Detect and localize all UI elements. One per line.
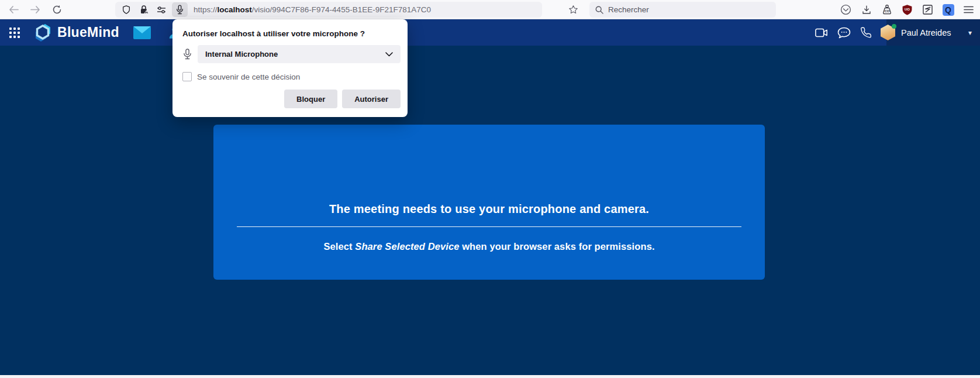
extension-button[interactable] xyxy=(922,3,934,17)
star-icon xyxy=(568,5,578,15)
instruction-emphasis: Share Selected Device xyxy=(355,241,459,252)
forward-icon xyxy=(30,5,40,14)
lock-warning-icon[interactable] xyxy=(137,3,151,16)
phone-icon xyxy=(860,27,872,39)
user-menu[interactable]: Paul Atreides ▾ xyxy=(886,19,980,46)
navbar-right-tools: Paul Atreides ▾ xyxy=(810,19,980,46)
ublock-origin-extension-button[interactable]: UO xyxy=(901,3,913,17)
hamburger-menu-icon xyxy=(964,6,974,13)
remember-decision-option[interactable]: Se souvenir de cette décision xyxy=(182,72,300,81)
search-icon xyxy=(595,6,603,14)
back-icon xyxy=(9,5,19,14)
allow-button[interactable]: Autoriser xyxy=(342,90,401,108)
bluemind-logo xyxy=(34,23,53,43)
window-bottom-edge xyxy=(0,375,980,378)
panel-divider xyxy=(237,226,741,227)
chevron-down-icon xyxy=(385,52,393,57)
consent-o-matic-icon: CO xyxy=(881,4,893,16)
device-select-row: Internal Microphone xyxy=(182,45,401,63)
remember-decision-label: Se souvenir de cette décision xyxy=(197,73,300,81)
protections-settings-icon[interactable] xyxy=(154,3,168,16)
pocket-icon xyxy=(840,4,851,15)
app-menu-button[interactable] xyxy=(962,3,975,17)
chat-bubble-icon xyxy=(837,27,851,39)
ublock-origin-icon: UO xyxy=(902,4,913,15)
video-call-button[interactable] xyxy=(810,22,833,44)
bluemind-navbar: BlueMind xyxy=(0,19,980,46)
url-scheme: https:// xyxy=(194,5,218,14)
remember-decision-checkbox[interactable] xyxy=(182,72,192,81)
consent-o-matic-label: CO xyxy=(884,9,889,12)
url-bar[interactable]: https://localhost/visio/994C7F86-F974-44… xyxy=(115,2,542,18)
microphone-icon xyxy=(176,5,184,15)
mail-app-button[interactable] xyxy=(132,23,152,43)
popup-title: Autoriser localhost à utiliser votre mic… xyxy=(182,29,365,38)
panel-heading: The meeting needs to use your microphone… xyxy=(213,202,765,216)
ublock-origin-label: UO xyxy=(905,8,910,11)
browser-toolbar: https://localhost/visio/994C7F86-F974-44… xyxy=(0,0,980,19)
phone-button[interactable] xyxy=(855,22,877,44)
back-button[interactable] xyxy=(5,2,22,18)
microphone-permission-popup: Autoriser localhost à utiliser votre mic… xyxy=(172,19,408,117)
forward-button[interactable] xyxy=(26,2,44,18)
q-extension-icon: Q xyxy=(943,4,954,16)
url-text[interactable]: https://localhost/visio/994C7F86-F974-44… xyxy=(194,5,431,14)
microphone-permission-button[interactable] xyxy=(172,2,188,17)
device-select-dropdown[interactable]: Internal Microphone xyxy=(198,45,401,63)
popup-buttons: Bloquer Autoriser xyxy=(284,90,401,108)
brand-name: BlueMind xyxy=(57,25,119,40)
url-path: /visio/994C7F86-F974-4455-B1EE-9F21F781A… xyxy=(252,5,431,14)
search-placeholder: Rechercher xyxy=(608,5,649,14)
reload-button[interactable] xyxy=(48,2,65,18)
toolbar-extensions: CO UO Q xyxy=(840,2,975,18)
selected-device: Internal Microphone xyxy=(205,50,278,59)
instruction-prefix: Select xyxy=(323,241,355,252)
search-bar[interactable]: Rechercher xyxy=(589,2,776,18)
tracking-shield-icon[interactable] xyxy=(119,3,133,16)
block-button[interactable]: Bloquer xyxy=(284,90,337,108)
pocket-button[interactable] xyxy=(840,3,852,17)
extension-icon xyxy=(922,4,933,15)
user-name: Paul Atreides xyxy=(901,28,951,37)
permissions-info-panel: The meeting needs to use your microphone… xyxy=(213,125,765,280)
video-camera-icon xyxy=(815,28,828,37)
mail-icon xyxy=(133,26,151,40)
chevron-down-icon: ▾ xyxy=(968,29,972,37)
avatar xyxy=(881,25,895,40)
download-icon xyxy=(861,5,872,15)
downloads-button[interactable] xyxy=(860,3,872,17)
instruction-suffix: when your browser asks for permissions. xyxy=(460,241,655,252)
chat-button[interactable] xyxy=(833,22,855,44)
q-extension-button[interactable]: Q xyxy=(942,3,954,17)
panel-instruction: Select Share Selected Device when your b… xyxy=(213,241,765,252)
bookmark-button[interactable] xyxy=(565,2,581,17)
visio-page: The meeting needs to use your microphone… xyxy=(0,46,980,375)
presence-status-dot xyxy=(892,24,896,29)
app-launcher-icon[interactable] xyxy=(9,28,20,38)
consent-o-matic-extension-button[interactable]: CO xyxy=(881,3,893,17)
url-host: localhost xyxy=(218,5,252,14)
reload-icon xyxy=(52,5,62,15)
microphone-icon xyxy=(182,48,192,60)
